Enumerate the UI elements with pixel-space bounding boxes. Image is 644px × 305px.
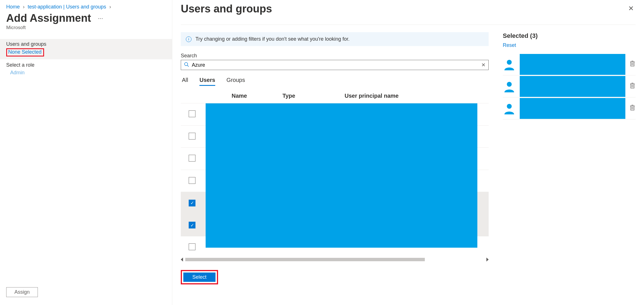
search-label: Search (181, 53, 489, 59)
tab-all[interactable]: All (182, 77, 188, 86)
search-input[interactable] (192, 62, 481, 68)
org-label: Microsoft (0, 24, 172, 39)
delete-icon[interactable] (629, 82, 636, 90)
tabs: All Users Groups (181, 77, 489, 86)
user-icon (503, 80, 516, 93)
info-icon: i (186, 36, 192, 42)
redacted-content (520, 98, 625, 119)
breadcrumb-app[interactable]: test-application | Users and groups (28, 4, 106, 10)
chevron-right-icon: › (23, 4, 25, 10)
svg-point-0 (184, 62, 188, 66)
user-icon (503, 102, 516, 115)
row-checkbox[interactable] (189, 110, 195, 117)
selected-item (503, 53, 636, 75)
more-icon[interactable]: ··· (98, 15, 103, 22)
tab-groups[interactable]: Groups (227, 77, 245, 86)
row-checkbox[interactable] (189, 177, 195, 184)
row-checkbox[interactable] (189, 243, 195, 250)
selected-item (503, 75, 636, 97)
svg-point-14 (507, 104, 512, 108)
row-checkbox[interactable] (189, 155, 195, 162)
selected-title: Selected (3) (503, 32, 636, 40)
table-rows: ✓✓ (181, 103, 489, 256)
select-button-highlight: Select (181, 270, 218, 284)
reset-link[interactable]: Reset (503, 42, 516, 48)
col-upn: User principal name (345, 93, 489, 99)
delete-icon[interactable] (629, 104, 636, 112)
role-value[interactable]: Admin (6, 70, 166, 76)
col-type: Type (282, 93, 345, 99)
svg-line-1 (187, 65, 189, 67)
users-groups-label: Users and groups (6, 41, 166, 47)
svg-rect-15 (631, 106, 634, 110)
chevron-right-icon: › (109, 4, 111, 10)
panel-title: Users and groups (181, 3, 272, 25)
redacted-content (206, 103, 477, 248)
search-icon (184, 62, 189, 68)
scrollbar-horizontal[interactable] (181, 258, 489, 262)
redacted-content (520, 54, 625, 75)
selected-item (503, 97, 636, 119)
page-title: Add Assignment (6, 12, 91, 24)
col-name: Name (201, 93, 282, 99)
row-checkbox[interactable] (189, 133, 195, 140)
delete-icon[interactable] (629, 60, 636, 68)
info-text: Try changing or adding filters if you do… (195, 36, 350, 42)
svg-point-2 (507, 60, 512, 64)
scroll-left-icon[interactable] (181, 258, 183, 262)
breadcrumb-home[interactable]: Home (6, 4, 20, 10)
svg-rect-3 (631, 62, 634, 66)
close-icon[interactable]: ✕ (626, 3, 636, 14)
tab-users[interactable]: Users (199, 77, 215, 86)
select-button[interactable]: Select (183, 273, 216, 282)
none-selected-link[interactable]: None Selected (8, 49, 42, 55)
row-checkbox[interactable]: ✓ (189, 222, 195, 228)
scroll-right-icon[interactable] (486, 258, 489, 262)
selected-list (503, 53, 636, 119)
user-icon (503, 58, 516, 71)
assign-button[interactable]: Assign (6, 287, 38, 297)
svg-point-8 (507, 82, 512, 86)
search-box[interactable]: ✕ (181, 60, 489, 70)
table-header: Name Type User principal name (181, 89, 489, 103)
scroll-thumb-horizontal[interactable] (185, 258, 425, 261)
clear-icon[interactable]: ✕ (481, 62, 486, 68)
info-bar: i Try changing or adding filters if you … (181, 32, 489, 46)
svg-rect-9 (631, 84, 634, 88)
none-selected-highlight: None Selected (6, 48, 44, 56)
row-checkbox[interactable]: ✓ (189, 200, 195, 206)
redacted-content (520, 76, 625, 97)
breadcrumb: Home › test-application | Users and grou… (0, 3, 172, 12)
select-role-label: Select a role (6, 62, 166, 68)
